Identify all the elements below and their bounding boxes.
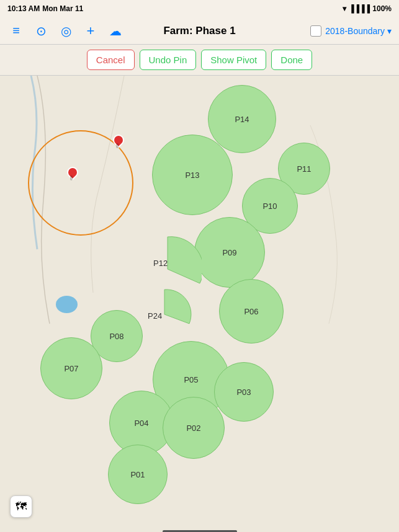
chevron-down-icon: ▾ — [387, 26, 392, 36]
pivot-p09[interactable]: P09 — [194, 217, 265, 288]
page-title: Farm: Phase 1 — [163, 25, 235, 37]
status-bar: 10:13 AM Mon Mar 11 ▾ ▐▐▐▐ 100% — [0, 0, 399, 17]
show-pivot-button[interactable]: Show Pivot — [201, 50, 266, 70]
pivot-p14[interactable]: P14 — [208, 85, 276, 153]
date-display: Mon Mar 11 — [42, 4, 83, 13]
layers-icon: 🗺 — [16, 500, 27, 513]
signal-icon: ▐▐▐▐ — [349, 4, 370, 13]
map[interactable]: P14P13P11P10P09P06P08P07P05P03P04P02P01 … — [0, 76, 399, 532]
lake — [56, 296, 78, 313]
cloud-icon[interactable]: ☁ — [107, 22, 124, 40]
pivot-p03[interactable]: P03 — [214, 362, 274, 422]
pivot-p06[interactable]: P06 — [219, 279, 284, 344]
pivot-p01[interactable]: P01 — [108, 445, 168, 504]
target-icon[interactable]: ◎ — [57, 22, 74, 40]
menu-icon[interactable]: ≡ — [7, 22, 25, 40]
undo-pin-button[interactable]: Undo Pin — [140, 50, 197, 70]
cancel-button[interactable]: Cancel — [87, 50, 135, 70]
svg-text:P24: P24 — [148, 311, 162, 321]
toolbar: Cancel Undo Pin Show Pivot Done — [0, 45, 399, 76]
map-pin-2[interactable] — [67, 167, 77, 180]
boundary-button[interactable]: 2018-Boundary ▾ — [325, 26, 392, 36]
p24-slice[interactable]: P24 — [137, 286, 192, 342]
pivot-p02[interactable]: P02 — [163, 397, 225, 459]
nav-bar: ≡ ⊙ ◎ + ☁ Farm: Phase 1 2018-Boundary ▾ — [0, 17, 399, 45]
plus-icon[interactable]: + — [82, 22, 99, 40]
pivot-p13[interactable]: P13 — [152, 135, 233, 215]
time-display: 10:13 AM — [7, 4, 40, 13]
boundary-checkbox[interactable] — [310, 25, 321, 37]
battery-display: 100% — [372, 4, 392, 13]
wifi-icon: ▾ — [343, 4, 346, 13]
done-button[interactable]: Done — [271, 50, 312, 70]
map-pin-1[interactable] — [113, 135, 123, 148]
svg-text:P12: P12 — [153, 259, 168, 268]
location-icon[interactable]: ⊙ — [32, 22, 50, 40]
layers-button[interactable]: 🗺 — [10, 495, 32, 518]
pivot-p07[interactable]: P07 — [40, 337, 102, 399]
